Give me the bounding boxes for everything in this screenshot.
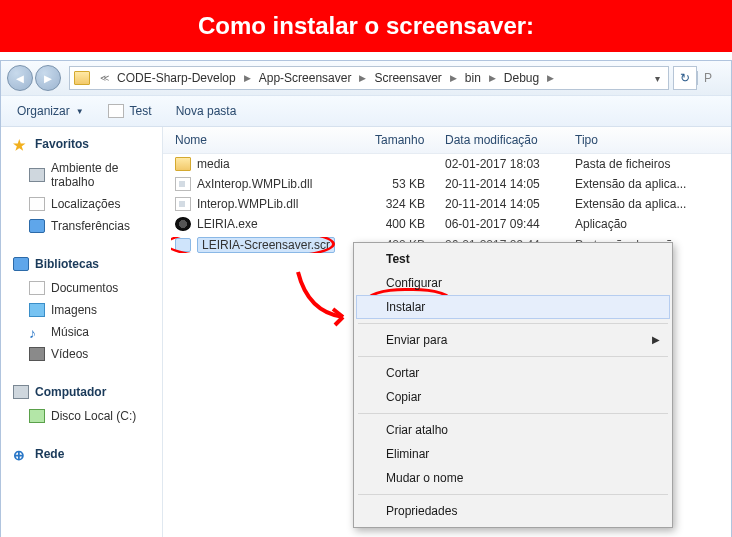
video-icon: [29, 347, 45, 361]
menu-item-configure[interactable]: Configurar: [356, 271, 670, 295]
sidebar-group-network[interactable]: ⊕Rede: [1, 445, 162, 467]
crumb[interactable]: bin: [461, 71, 485, 85]
sidebar-group-libraries[interactable]: Bibliotecas: [1, 255, 162, 277]
music-icon: ♪: [29, 325, 45, 339]
crumb[interactable]: Debug: [500, 71, 543, 85]
context-menu: Test Configurar Instalar Enviar para▶ Co…: [353, 242, 673, 528]
col-date[interactable]: Data modificação: [441, 133, 571, 147]
exe-icon: [175, 217, 191, 231]
nav-forward-button[interactable]: ►: [35, 65, 61, 91]
toolbar: Organizar ▼ Test Nova pasta: [1, 96, 731, 127]
folder-icon: [175, 157, 191, 171]
sidebar-item-documents[interactable]: Documentos: [1, 277, 162, 299]
file-row[interactable]: media 02-01-2017 18:03 Pasta de ficheiro…: [163, 154, 731, 174]
nav-back-button[interactable]: ◄: [7, 65, 33, 91]
folder-icon: [74, 71, 90, 85]
chevron-right-icon: ▶: [446, 73, 461, 83]
menu-item-sendto[interactable]: Enviar para▶: [356, 328, 670, 352]
menu-item-rename[interactable]: Mudar o nome: [356, 466, 670, 490]
menu-item-cut[interactable]: Cortar: [356, 361, 670, 385]
breadcrumb[interactable]: ≪ CODE-Sharp-Develop ▶ App-Screensaver ▶…: [69, 66, 669, 90]
refresh-button[interactable]: ↻: [673, 66, 697, 90]
chevron-right-icon: ▶: [543, 73, 558, 83]
organize-button[interactable]: Organizar ▼: [17, 104, 84, 118]
menu-item-test[interactable]: Test: [356, 247, 670, 271]
chevron-down-icon: ▼: [76, 107, 84, 116]
file-row[interactable]: Interop.WMPLib.dll 324 KB 20-11-2014 14:…: [163, 194, 731, 214]
sidebar-item-locations[interactable]: Localizações: [1, 193, 162, 215]
menu-separator: [358, 494, 668, 495]
document-icon: [29, 281, 45, 295]
scr-icon: [175, 238, 191, 252]
search-input[interactable]: P: [697, 71, 725, 85]
crumb[interactable]: CODE-Sharp-Develop: [113, 71, 240, 85]
address-bar: ◄ ► ≪ CODE-Sharp-Develop ▶ App-Screensav…: [1, 61, 731, 96]
col-type[interactable]: Tipo: [571, 133, 721, 147]
explorer-window: ◄ ► ≪ CODE-Sharp-Develop ▶ App-Screensav…: [0, 60, 732, 537]
chevron-right-icon: ▶: [652, 334, 660, 345]
star-icon: ★: [13, 137, 29, 151]
file-list: Nome Tamanho Data modificação Tipo media…: [163, 127, 731, 537]
chevron-icon: ≪: [96, 73, 113, 83]
file-row[interactable]: AxInterop.WMPLib.dll 53 KB 20-11-2014 14…: [163, 174, 731, 194]
instruction-banner: Como instalar o screensaver:: [0, 0, 732, 52]
sidebar-group-computer[interactable]: Computador: [1, 383, 162, 405]
dll-icon: [175, 177, 191, 191]
menu-item-properties[interactable]: Propriedades: [356, 499, 670, 523]
dll-icon: [175, 197, 191, 211]
col-name[interactable]: Nome: [171, 133, 371, 147]
menu-separator: [358, 356, 668, 357]
chevron-right-icon: ▶: [355, 73, 370, 83]
sidebar: ★Favoritos Ambiente de trabalho Localiza…: [1, 127, 163, 537]
crumb[interactable]: Screensaver: [370, 71, 445, 85]
page-icon: [108, 104, 124, 118]
menu-separator: [358, 323, 668, 324]
menu-item-shortcut[interactable]: Criar atalho: [356, 418, 670, 442]
sidebar-item-desktop[interactable]: Ambiente de trabalho: [1, 157, 162, 193]
new-folder-button[interactable]: Nova pasta: [176, 104, 237, 118]
col-size[interactable]: Tamanho: [371, 133, 441, 147]
sidebar-item-downloads[interactable]: Transferências: [1, 215, 162, 237]
downloads-icon: [29, 219, 45, 233]
test-button[interactable]: Test: [108, 104, 152, 118]
chevron-right-icon: ▶: [485, 73, 500, 83]
disk-icon: [29, 409, 45, 423]
dropdown-icon[interactable]: ▾: [655, 73, 664, 84]
crumb[interactable]: App-Screensaver: [255, 71, 356, 85]
menu-item-copy[interactable]: Copiar: [356, 385, 670, 409]
locations-icon: [29, 197, 45, 211]
sidebar-item-music[interactable]: ♪Música: [1, 321, 162, 343]
file-row[interactable]: LEIRIA.exe 400 KB 06-01-2017 09:44 Aplic…: [163, 214, 731, 234]
sidebar-item-images[interactable]: Imagens: [1, 299, 162, 321]
sidebar-item-local-disk[interactable]: Disco Local (C:): [1, 405, 162, 427]
menu-separator: [358, 413, 668, 414]
sidebar-item-videos[interactable]: Vídeos: [1, 343, 162, 365]
chevron-right-icon: ▶: [240, 73, 255, 83]
column-headers[interactable]: Nome Tamanho Data modificação Tipo: [163, 127, 731, 154]
menu-item-install[interactable]: Instalar: [356, 295, 670, 319]
computer-icon: [13, 385, 29, 399]
library-icon: [13, 257, 29, 271]
network-icon: ⊕: [13, 447, 29, 461]
desktop-icon: [29, 168, 45, 182]
sidebar-group-favorites[interactable]: ★Favoritos: [1, 135, 162, 157]
menu-item-delete[interactable]: Eliminar: [356, 442, 670, 466]
image-icon: [29, 303, 45, 317]
